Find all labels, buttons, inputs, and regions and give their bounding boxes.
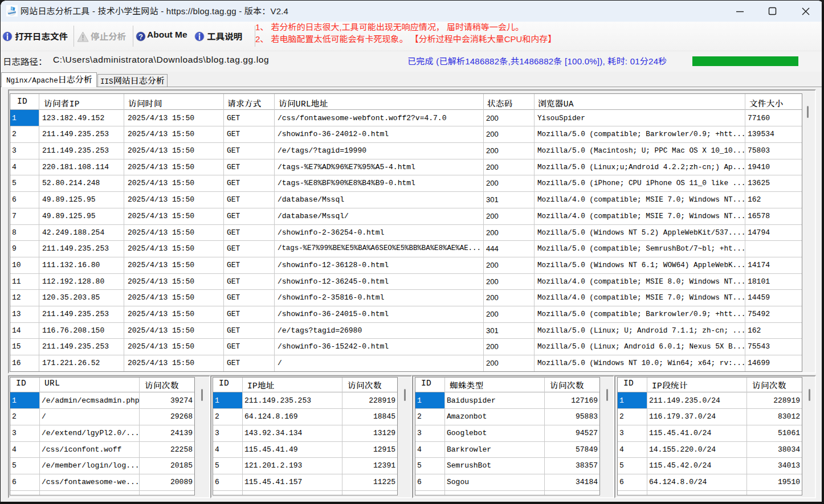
svg-text:?: ? <box>138 33 143 41</box>
